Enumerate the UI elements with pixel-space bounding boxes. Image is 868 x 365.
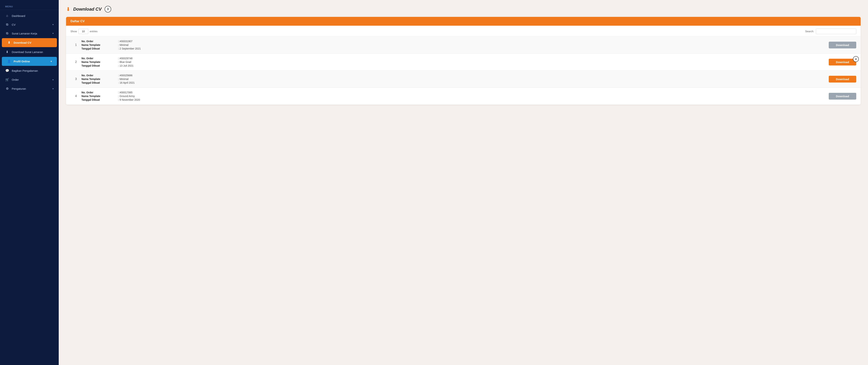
entries-label: entries	[90, 30, 97, 33]
cart-icon: 🛒	[5, 78, 9, 81]
sidebar-item-download-cv[interactable]: ⬇ Download CV	[2, 38, 57, 47]
tanggal-label: Tanggal Dibuat	[82, 81, 118, 84]
show-label: Show	[70, 30, 77, 33]
table-row: 4 No. Order : #00017065 Nama Template : …	[66, 88, 861, 104]
entries-input[interactable]	[79, 29, 88, 34]
nama-template-value: : Minimal	[118, 77, 819, 80]
sidebar-menu-label: MENU	[0, 2, 59, 10]
row-number: 2	[70, 60, 82, 64]
table-row: 1 No. Order : #00031907 Nama Template : …	[66, 36, 861, 54]
no-order-label: No. Order	[82, 57, 118, 60]
sidebar-item-label: Order	[12, 78, 19, 81]
cv-table: 1 No. Order : #00031907 Nama Template : …	[66, 36, 861, 104]
table-card-header: Daftar CV	[66, 17, 861, 26]
row-details: No. Order : #00017065 Nama Template : Gr…	[82, 91, 819, 101]
sidebar-item-download-surat-lamaran[interactable]: ⬇ Download Surat Lamaran	[0, 47, 59, 57]
download-icon: ⬇	[7, 41, 11, 44]
table-row: 3 No. Order : #00025686 Nama Template : …	[66, 71, 861, 88]
search-input[interactable]	[816, 29, 856, 34]
no-order-label: No. Order	[82, 74, 118, 77]
row-action: Download	[819, 76, 856, 82]
nama-template-label: Nama Template	[82, 95, 118, 98]
sidebar: MENU ⌂ Dashboard ⧉ CV ▾ ⧉ Surat Lamaran …	[0, 0, 59, 365]
download-button[interactable]: Download	[829, 93, 856, 100]
show-entries: Show entries	[70, 29, 97, 34]
sidebar-item-profil-online[interactable]: 👤 Profil Online ▾	[2, 57, 57, 66]
row-details: No. Order : #00029748 Nama Template : Bl…	[82, 57, 819, 67]
row-details: No. Order : #00025686 Nama Template : Mi…	[82, 74, 819, 84]
sidebar-item-label: Pengaturan	[12, 87, 26, 90]
page-title: Download CV	[73, 7, 102, 12]
row-number: 4	[70, 95, 82, 98]
no-order-label: No. Order	[82, 40, 118, 43]
nama-template-value: : Ground Army	[118, 95, 819, 98]
tanggal-value: : 16 April 2021	[118, 81, 819, 84]
row-badge: 4	[853, 56, 859, 62]
nama-template-value: : Minimal	[118, 43, 819, 46]
row-action: Download	[819, 42, 856, 48]
row-number: 3	[70, 77, 82, 81]
sidebar-item-label: Bagikan Pengalaman	[12, 69, 38, 72]
sidebar-item-dashboard[interactable]: ⌂ Dashboard	[0, 11, 59, 20]
table-card: Daftar CV Show entries Search: 1 No. Ord…	[66, 17, 861, 104]
no-order-label: No. Order	[82, 91, 118, 94]
nama-template-value: : Blue Grad	[118, 61, 819, 63]
no-order-value: : #00029748	[118, 57, 819, 60]
nama-template-label: Nama Template	[82, 43, 118, 46]
sidebar-item-order[interactable]: 🛒 Order ▾	[0, 75, 59, 84]
row-details: No. Order : #00031907 Nama Template : Mi…	[82, 40, 819, 50]
row-action: Download 4	[819, 59, 856, 65]
row-action: Download	[819, 93, 856, 100]
row-number: 1	[70, 43, 82, 46]
tanggal-label: Tanggal Dibuat	[82, 64, 118, 67]
table-row: 2 No. Order : #00029748 Nama Template : …	[66, 54, 861, 71]
download-surat-icon: ⬇	[5, 50, 9, 54]
sidebar-item-label: Surat Lamaran Kerja	[12, 32, 37, 35]
chevron-down-icon: ▾	[53, 88, 54, 90]
tanggal-value: : 9 November 2020	[118, 98, 819, 101]
document-icon: ⧉	[5, 32, 9, 35]
sidebar-item-label: Profil Online	[13, 60, 30, 63]
tanggal-value: : 2 September 2021	[118, 47, 819, 50]
cv-icon: ⧉	[5, 23, 9, 26]
chevron-down-icon: ▾	[53, 32, 54, 35]
download-button[interactable]: Download	[829, 59, 856, 65]
download-button[interactable]: Download	[829, 76, 856, 82]
sidebar-item-surat-lamaran-kerja[interactable]: ⧉ Surat Lamaran Kerja ▾	[0, 29, 59, 38]
tanggal-label: Tanggal Dibuat	[82, 47, 118, 50]
no-order-value: : #00025686	[118, 74, 819, 77]
no-order-value: : #00017065	[118, 91, 819, 94]
search-area: Search:	[805, 29, 856, 34]
search-label: Search:	[805, 30, 814, 33]
page-badge: 3	[104, 6, 111, 12]
sidebar-item-pengaturan[interactable]: ⚙ Pengaturan ▾	[0, 84, 59, 93]
download-button[interactable]: Download	[829, 42, 856, 48]
chevron-down-icon: ▾	[51, 60, 52, 63]
sidebar-item-label: Dashboard	[12, 14, 25, 18]
chevron-down-icon: ▾	[53, 23, 54, 26]
sidebar-item-label: Download Surat Lamaran	[12, 51, 43, 54]
user-icon: 👤	[7, 59, 11, 63]
table-controls: Show entries Search:	[66, 26, 861, 36]
nama-template-label: Nama Template	[82, 77, 118, 80]
nama-template-label: Nama Template	[82, 61, 118, 63]
sidebar-item-cv[interactable]: ⧉ CV ▾	[0, 20, 59, 29]
page-header: ⬇ Download CV 3	[66, 6, 861, 12]
gear-icon: ⚙	[5, 87, 9, 91]
sidebar-item-label: Download CV	[13, 41, 31, 44]
chat-icon: 💬	[5, 69, 9, 73]
chevron-down-icon: ▾	[53, 78, 54, 81]
sidebar-item-label: CV	[12, 23, 16, 26]
page-download-icon: ⬇	[66, 6, 70, 12]
tanggal-value: : 13 Juli 2021	[118, 64, 819, 67]
home-icon: ⌂	[5, 14, 9, 18]
tanggal-label: Tanggal Dibuat	[82, 98, 118, 101]
no-order-value: : #00031907	[118, 40, 819, 43]
sidebar-item-bagikan-pengalaman[interactable]: 💬 Bagikan Pengalaman	[0, 66, 59, 75]
main-content: ⬇ Download CV 3 Daftar CV Show entries S…	[59, 0, 868, 365]
